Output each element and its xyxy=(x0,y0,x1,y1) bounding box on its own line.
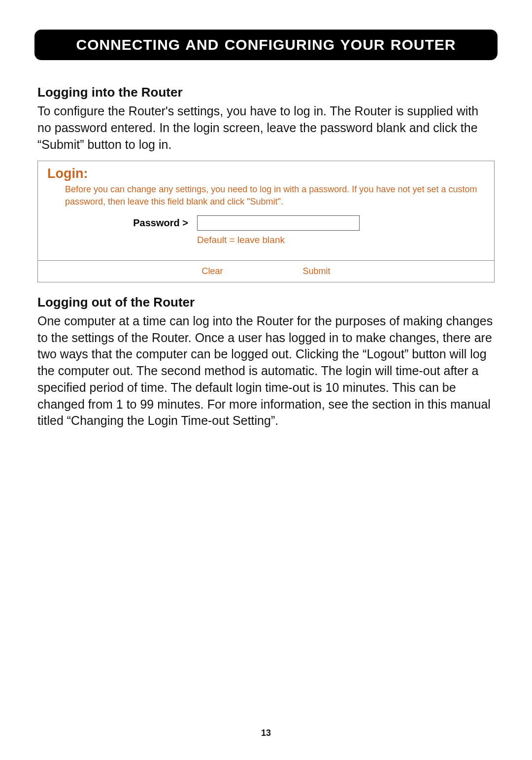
content-area: Logging into the Router To configure the… xyxy=(34,85,498,429)
clear-button[interactable]: Clear xyxy=(199,264,226,278)
button-row: Clear Submit xyxy=(45,261,487,282)
password-input-block: Default = leave blank xyxy=(197,215,360,245)
password-hint: Default = leave blank xyxy=(197,235,360,245)
login-panel-title: Login: xyxy=(47,166,487,181)
heading-login: Logging into the Router xyxy=(37,85,495,100)
banner-title: CONNECTING AND CONFIGURING YOUR ROUTER xyxy=(76,36,456,53)
submit-button[interactable]: Submit xyxy=(299,264,333,278)
password-input[interactable] xyxy=(197,215,360,231)
paragraph-login: To configure the Router's settings, you … xyxy=(37,103,495,153)
paragraph-logout: One computer at a time can log into the … xyxy=(37,313,495,429)
login-panel-help: Before you can change any settings, you … xyxy=(65,183,487,207)
section-banner: CONNECTING AND CONFIGURING YOUR ROUTER xyxy=(34,30,498,60)
password-label: Password > xyxy=(65,215,197,229)
password-row: Password > Default = leave blank xyxy=(65,215,487,245)
page-number: 13 xyxy=(0,728,532,738)
page: CONNECTING AND CONFIGURING YOUR ROUTER L… xyxy=(0,0,532,760)
login-panel: Login: Before you can change any setting… xyxy=(37,161,495,282)
heading-logout: Logging out of the Router xyxy=(37,295,495,310)
